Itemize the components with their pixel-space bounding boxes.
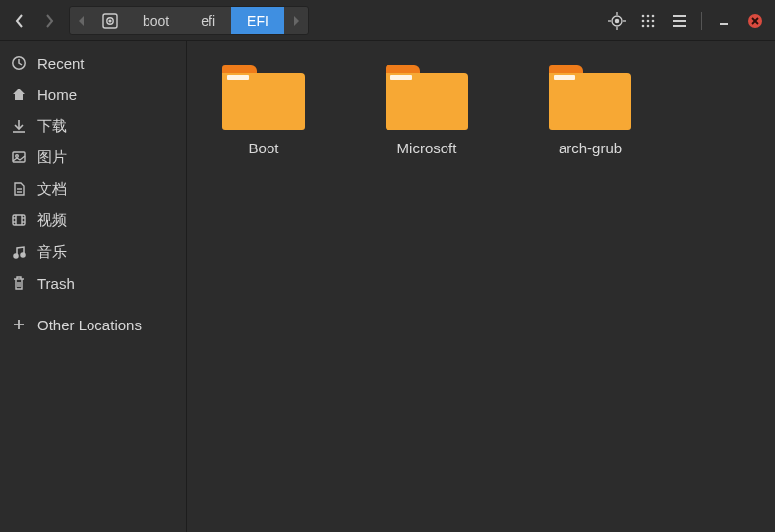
folder-label: Boot: [249, 140, 279, 156]
folder-icon: [222, 65, 305, 130]
separator: [701, 12, 702, 30]
sidebar-item-label: 图片: [37, 148, 67, 167]
sidebar-item-label: Trash: [37, 275, 75, 292]
path-segment-boot[interactable]: boot: [127, 7, 185, 34]
folder-label: arch-grub: [559, 140, 622, 156]
nav-group: [6, 7, 63, 34]
locate-button[interactable]: [603, 7, 630, 34]
sidebar: Recent Home 下载 图片 文档: [0, 41, 187, 532]
svg-point-17: [642, 24, 645, 27]
icon-view[interactable]: Boot Microsoft arch-grub: [187, 41, 775, 532]
sidebar-item-music[interactable]: 音乐: [0, 236, 186, 267]
svg-marker-4: [294, 16, 299, 26]
svg-point-18: [647, 24, 650, 27]
folder-microsoft[interactable]: Microsoft: [368, 65, 486, 156]
folder-label: Microsoft: [397, 140, 457, 156]
music-icon: [10, 244, 28, 260]
sidebar-item-label: Recent: [37, 55, 85, 72]
nav-back-button[interactable]: [6, 7, 33, 34]
nav-forward-button[interactable]: [35, 7, 63, 34]
svg-point-15: [647, 19, 650, 22]
svg-point-16: [652, 19, 655, 22]
sidebar-item-label: Home: [37, 87, 77, 103]
folder-icon: [386, 65, 468, 130]
svg-rect-34: [13, 215, 25, 225]
svg-marker-0: [79, 16, 84, 26]
sidebar-item-home[interactable]: Home: [0, 79, 186, 110]
folder-arch-grub[interactable]: arch-grub: [531, 65, 649, 156]
video-icon: [10, 212, 28, 228]
sidebar-item-label: 文档: [37, 180, 67, 199]
svg-point-6: [615, 19, 618, 22]
document-icon: [10, 181, 28, 197]
svg-point-42: [21, 253, 25, 257]
sidebar-item-documents[interactable]: 文档: [0, 173, 186, 205]
sidebar-item-videos[interactable]: 视频: [0, 205, 186, 236]
sidebar-item-pictures[interactable]: 图片: [0, 142, 186, 173]
svg-point-3: [109, 20, 111, 22]
body: Recent Home 下载 图片 文档: [0, 41, 775, 532]
svg-point-31: [16, 155, 19, 158]
svg-point-41: [14, 254, 18, 258]
sidebar-item-label: Other Locations: [37, 317, 142, 333]
path-segment-efi-lower[interactable]: efi: [185, 7, 231, 34]
folder-boot[interactable]: Boot: [205, 65, 323, 156]
svg-point-11: [642, 14, 645, 17]
svg-point-13: [652, 14, 655, 17]
path-bar: boot efi EFI: [69, 6, 309, 35]
recent-icon: [10, 55, 28, 71]
sidebar-item-recent[interactable]: Recent: [0, 47, 186, 79]
drive-icon[interactable]: [93, 7, 127, 34]
toolbar-right: [603, 7, 769, 34]
window-close-button[interactable]: [742, 7, 769, 34]
view-grid-button[interactable]: [634, 7, 662, 34]
svg-point-14: [642, 19, 645, 22]
window-minimize-button[interactable]: [710, 7, 738, 34]
path-overflow-left-button[interactable]: [70, 7, 93, 34]
pictures-icon: [10, 149, 28, 165]
svg-point-12: [647, 14, 650, 17]
sidebar-item-other-locations[interactable]: Other Locations: [0, 309, 186, 340]
folder-icon: [549, 65, 631, 130]
svg-point-19: [652, 24, 655, 27]
home-icon: [10, 87, 28, 102]
sidebar-item-downloads[interactable]: 下载: [0, 110, 186, 142]
sidebar-item-trash[interactable]: Trash: [0, 267, 186, 299]
hamburger-menu-button[interactable]: [666, 7, 693, 34]
plus-icon: [10, 318, 28, 331]
sidebar-item-label: 下载: [37, 117, 67, 136]
path-overflow-right-button[interactable]: [284, 7, 308, 34]
download-icon: [10, 118, 28, 134]
trash-icon: [10, 275, 28, 291]
sidebar-item-label: 视频: [37, 211, 67, 230]
header-bar: boot efi EFI: [0, 0, 775, 41]
path-segment-efi-upper[interactable]: EFI: [231, 7, 284, 34]
sidebar-item-label: 音乐: [37, 243, 67, 262]
